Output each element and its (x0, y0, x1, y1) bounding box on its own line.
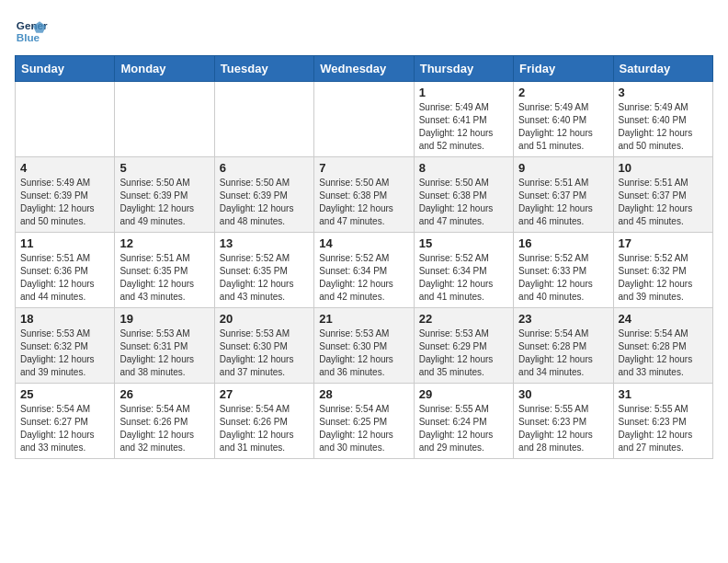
day-info: Sunrise: 5:49 AMSunset: 6:40 PMDaylight:… (619, 101, 708, 153)
calendar-cell: 11Sunrise: 5:51 AMSunset: 6:36 PMDayligh… (16, 233, 115, 308)
day-info: Sunrise: 5:52 AMSunset: 6:32 PMDaylight:… (619, 252, 708, 304)
day-number: 26 (119, 387, 209, 401)
day-info: Sunrise: 5:54 AMSunset: 6:28 PMDaylight:… (619, 327, 708, 379)
calendar-cell: 19Sunrise: 5:53 AMSunset: 6:31 PMDayligh… (115, 308, 214, 384)
calendar-cell: 10Sunrise: 5:51 AMSunset: 6:37 PMDayligh… (613, 157, 712, 233)
day-info: Sunrise: 5:50 AMSunset: 6:38 PMDaylight:… (319, 177, 408, 228)
weekday-header-row: SundayMondayTuesdayWednesdayThursdayFrid… (16, 56, 713, 82)
day-info: Sunrise: 5:49 AMSunset: 6:39 PMDaylight:… (20, 177, 109, 228)
calendar-cell: 2Sunrise: 5:49 AMSunset: 6:40 PMDaylight… (514, 82, 613, 157)
day-number: 4 (20, 161, 109, 175)
day-number: 9 (518, 161, 608, 175)
calendar-cell: 20Sunrise: 5:53 AMSunset: 6:30 PMDayligh… (214, 308, 313, 384)
day-info: Sunrise: 5:50 AMSunset: 6:39 PMDaylight:… (119, 177, 209, 228)
calendar-cell: 22Sunrise: 5:53 AMSunset: 6:29 PMDayligh… (414, 308, 513, 384)
calendar-cell: 21Sunrise: 5:53 AMSunset: 6:30 PMDayligh… (314, 308, 414, 384)
day-info: Sunrise: 5:53 AMSunset: 6:32 PMDaylight:… (20, 327, 109, 379)
day-info: Sunrise: 5:54 AMSunset: 6:25 PMDaylight:… (319, 403, 408, 454)
day-info: Sunrise: 5:51 AMSunset: 6:36 PMDaylight:… (20, 252, 109, 304)
day-number: 11 (20, 236, 109, 250)
page-header: General Blue (15, 15, 713, 48)
calendar-cell: 23Sunrise: 5:54 AMSunset: 6:28 PMDayligh… (514, 308, 613, 384)
day-info: Sunrise: 5:52 AMSunset: 6:34 PMDaylight:… (419, 252, 508, 304)
day-info: Sunrise: 5:54 AMSunset: 6:26 PMDaylight:… (119, 403, 209, 454)
day-number: 6 (220, 161, 309, 175)
day-number: 7 (319, 161, 408, 175)
logo: General Blue (15, 15, 51, 48)
day-number: 25 (20, 387, 109, 401)
calendar-cell: 18Sunrise: 5:53 AMSunset: 6:32 PMDayligh… (16, 308, 115, 384)
calendar-week-2: 4Sunrise: 5:49 AMSunset: 6:39 PMDaylight… (16, 157, 713, 233)
calendar-week-3: 11Sunrise: 5:51 AMSunset: 6:36 PMDayligh… (16, 233, 713, 308)
day-number: 5 (119, 161, 209, 175)
calendar-cell (214, 82, 313, 157)
calendar-week-1: 1Sunrise: 5:49 AMSunset: 6:41 PMDaylight… (16, 82, 713, 157)
calendar-cell (314, 82, 414, 157)
calendar-cell: 31Sunrise: 5:55 AMSunset: 6:23 PMDayligh… (613, 384, 712, 459)
calendar-cell: 17Sunrise: 5:52 AMSunset: 6:32 PMDayligh… (613, 233, 712, 308)
calendar-cell: 12Sunrise: 5:51 AMSunset: 6:35 PMDayligh… (115, 233, 214, 308)
day-number: 2 (518, 86, 608, 99)
calendar-cell: 27Sunrise: 5:54 AMSunset: 6:26 PMDayligh… (214, 384, 313, 459)
calendar-cell: 29Sunrise: 5:55 AMSunset: 6:24 PMDayligh… (414, 384, 513, 459)
calendar-week-4: 18Sunrise: 5:53 AMSunset: 6:32 PMDayligh… (16, 308, 713, 384)
day-number: 12 (119, 236, 209, 250)
weekday-header-wednesday: Wednesday (314, 56, 414, 82)
weekday-header-tuesday: Tuesday (214, 56, 313, 82)
calendar-cell: 15Sunrise: 5:52 AMSunset: 6:34 PMDayligh… (414, 233, 513, 308)
day-info: Sunrise: 5:51 AMSunset: 6:37 PMDaylight:… (619, 177, 708, 228)
day-number: 22 (419, 312, 508, 326)
day-info: Sunrise: 5:55 AMSunset: 6:23 PMDaylight:… (619, 403, 708, 454)
calendar-cell: 30Sunrise: 5:55 AMSunset: 6:23 PMDayligh… (514, 384, 613, 459)
day-number: 10 (619, 161, 708, 175)
day-number: 24 (619, 312, 708, 326)
calendar-cell: 6Sunrise: 5:50 AMSunset: 6:39 PMDaylight… (214, 157, 313, 233)
day-info: Sunrise: 5:51 AMSunset: 6:37 PMDaylight:… (518, 177, 608, 228)
calendar-cell: 13Sunrise: 5:52 AMSunset: 6:35 PMDayligh… (214, 233, 313, 308)
day-number: 8 (419, 161, 508, 175)
weekday-header-monday: Monday (115, 56, 214, 82)
day-number: 27 (220, 387, 309, 401)
day-info: Sunrise: 5:49 AMSunset: 6:40 PMDaylight:… (518, 101, 608, 153)
calendar-week-5: 25Sunrise: 5:54 AMSunset: 6:27 PMDayligh… (16, 384, 713, 459)
calendar-cell: 5Sunrise: 5:50 AMSunset: 6:39 PMDaylight… (115, 157, 214, 233)
day-number: 30 (518, 387, 608, 401)
day-number: 29 (419, 387, 508, 401)
calendar-cell: 8Sunrise: 5:50 AMSunset: 6:38 PMDaylight… (414, 157, 513, 233)
calendar-cell: 3Sunrise: 5:49 AMSunset: 6:40 PMDaylight… (613, 82, 712, 157)
day-info: Sunrise: 5:53 AMSunset: 6:30 PMDaylight:… (220, 327, 309, 379)
calendar-cell: 24Sunrise: 5:54 AMSunset: 6:28 PMDayligh… (613, 308, 712, 384)
weekday-header-saturday: Saturday (613, 56, 712, 82)
day-info: Sunrise: 5:52 AMSunset: 6:33 PMDaylight:… (518, 252, 608, 304)
calendar-cell (16, 82, 115, 157)
calendar-cell: 16Sunrise: 5:52 AMSunset: 6:33 PMDayligh… (514, 233, 613, 308)
day-info: Sunrise: 5:54 AMSunset: 6:26 PMDaylight:… (220, 403, 309, 454)
calendar-cell: 25Sunrise: 5:54 AMSunset: 6:27 PMDayligh… (16, 384, 115, 459)
day-number: 21 (319, 312, 408, 326)
day-number: 16 (518, 236, 608, 250)
day-info: Sunrise: 5:52 AMSunset: 6:34 PMDaylight:… (319, 252, 408, 304)
weekday-header-sunday: Sunday (16, 56, 115, 82)
day-info: Sunrise: 5:50 AMSunset: 6:38 PMDaylight:… (419, 177, 508, 228)
day-info: Sunrise: 5:55 AMSunset: 6:24 PMDaylight:… (419, 403, 508, 454)
day-info: Sunrise: 5:51 AMSunset: 6:35 PMDaylight:… (119, 252, 209, 304)
day-info: Sunrise: 5:55 AMSunset: 6:23 PMDaylight:… (518, 403, 608, 454)
calendar-cell: 1Sunrise: 5:49 AMSunset: 6:41 PMDaylight… (414, 82, 513, 157)
day-info: Sunrise: 5:53 AMSunset: 6:29 PMDaylight:… (419, 327, 508, 379)
day-info: Sunrise: 5:52 AMSunset: 6:35 PMDaylight:… (220, 252, 309, 304)
day-number: 3 (619, 86, 708, 99)
calendar-cell (115, 82, 214, 157)
day-info: Sunrise: 5:49 AMSunset: 6:41 PMDaylight:… (419, 101, 508, 153)
day-info: Sunrise: 5:53 AMSunset: 6:30 PMDaylight:… (319, 327, 408, 379)
day-number: 31 (619, 387, 708, 401)
calendar-cell: 28Sunrise: 5:54 AMSunset: 6:25 PMDayligh… (314, 384, 414, 459)
day-number: 14 (319, 236, 408, 250)
day-number: 13 (220, 236, 309, 250)
day-number: 17 (619, 236, 708, 250)
calendar-table: SundayMondayTuesdayWednesdayThursdayFrid… (15, 55, 713, 459)
calendar-cell: 7Sunrise: 5:50 AMSunset: 6:38 PMDaylight… (314, 157, 414, 233)
day-number: 23 (518, 312, 608, 326)
day-number: 28 (319, 387, 408, 401)
day-number: 19 (119, 312, 209, 326)
calendar-cell: 4Sunrise: 5:49 AMSunset: 6:39 PMDaylight… (16, 157, 115, 233)
